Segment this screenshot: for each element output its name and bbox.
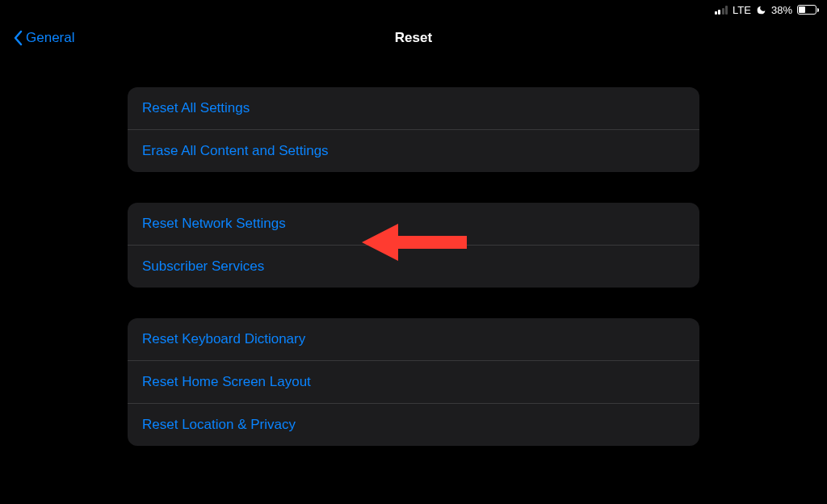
reset-network-settings-row[interactable]: Reset Network Settings [128,203,699,246]
battery-percent-label: 38% [771,4,792,16]
battery-icon [797,5,819,15]
subscriber-services-row[interactable]: Subscriber Services [128,246,699,288]
back-button[interactable]: General [13,30,74,46]
settings-content: Reset All Settings Erase All Content and… [0,58,827,475]
reset-keyboard-dictionary-row[interactable]: Reset Keyboard Dictionary [128,318,699,361]
reset-home-screen-layout-row[interactable]: Reset Home Screen Layout [128,361,699,404]
settings-group-2: Reset Network Settings Subscriber Servic… [128,203,699,288]
signal-strength-icon [715,6,728,15]
network-label: LTE [733,4,751,16]
navigation-bar: General Reset [0,18,827,58]
reset-location-privacy-row[interactable]: Reset Location & Privacy [128,404,699,446]
do-not-disturb-icon [756,5,766,15]
chevron-left-icon [13,30,23,46]
back-label: General [26,30,74,46]
status-bar: LTE 38% [0,0,827,18]
page-title: Reset [395,30,432,46]
settings-group-1: Reset All Settings Erase All Content and… [128,87,699,172]
erase-all-content-row[interactable]: Erase All Content and Settings [128,130,699,172]
reset-all-settings-row[interactable]: Reset All Settings [128,87,699,130]
settings-group-3: Reset Keyboard Dictionary Reset Home Scr… [128,318,699,446]
